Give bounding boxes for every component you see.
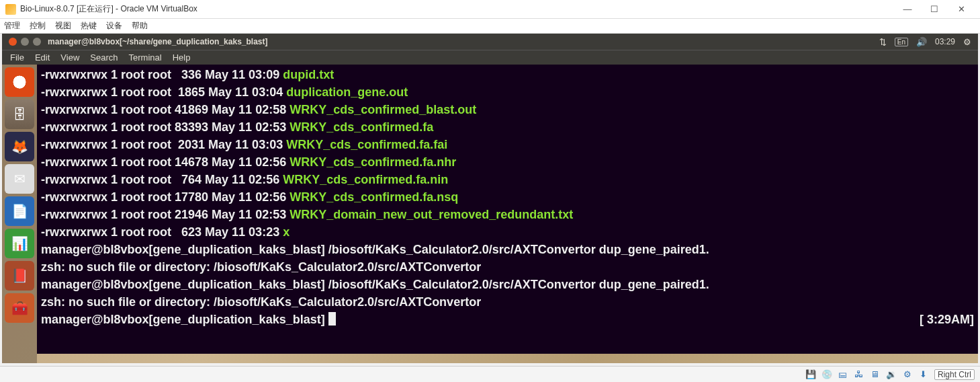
maximize-button[interactable]: ☐ (921, 2, 948, 17)
terminal-menubar: File Edit View Search Terminal Help (2, 50, 978, 65)
host-key-indicator: Right Ctrl (934, 369, 975, 380)
launcher-mail[interactable]: ✉ (5, 164, 34, 194)
prompt-line: manager@bl8vbox[gene_duplication_kaks_bl… (41, 241, 974, 258)
ls-perms: -rwxrwxrwx 1 root root 336 May 11 03:09 (41, 68, 283, 81)
ls-filename: WRKY_cds_confirmed.fa.nhr (289, 155, 456, 169)
vbox-menu-view[interactable]: 视图 (55, 20, 71, 32)
system-tray: ⇅ En 🔊 03:29 ⚙ (879, 37, 978, 47)
launcher-other[interactable]: 🧰 (5, 293, 34, 323)
close-button[interactable]: ✕ (948, 2, 975, 17)
ls-row: -rwxrwxrwx 1 root root 623 May 11 03:23 … (41, 223, 974, 241)
vbox-menubar: 管理 控制 视图 热键 设备 帮助 (0, 19, 980, 34)
ls-filename: WRKY_cds_confirmed.fa (289, 120, 433, 134)
status-net-icon[interactable]: 🖧 (854, 369, 864, 380)
virtualbox-icon (5, 4, 16, 15)
launcher-firefox[interactable]: 🦊 (5, 132, 34, 161)
shell-command: /biosoft/KaKs_Calculator2.0/src/AXTConve… (328, 243, 709, 256)
ls-row: -rwxrwxrwx 1 root root 2031 May 11 03:03… (41, 136, 974, 153)
terminal-menu-view[interactable]: View (60, 52, 79, 63)
launcher-impress[interactable]: 📕 (5, 261, 34, 291)
ls-row: -rwxrwxrwx 1 root root 14678 May 11 02:5… (41, 153, 974, 171)
launcher-writer[interactable]: 📄 (5, 196, 34, 226)
vbox-menu-devices[interactable]: 设备 (106, 20, 122, 32)
status-cd-icon[interactable]: 💿 (821, 369, 832, 380)
shell-command: /biosoft/KaKs_Calculator2.0/src/AXTConve… (328, 278, 709, 291)
vbox-menu-hotkey[interactable]: 热键 (81, 20, 97, 32)
terminal-menu-search[interactable]: Search (90, 52, 118, 63)
error-line: zsh: no such file or directory: /biosoft… (41, 293, 974, 311)
terminal-menu-terminal[interactable]: Terminal (129, 52, 162, 63)
gear-icon[interactable]: ⚙ (963, 37, 971, 47)
status-disk-icon[interactable]: 🖴 (838, 369, 848, 380)
ls-row: -rwxrwxrwx 1 root root 83393 May 11 02:5… (41, 118, 974, 136)
right-prompt-time: [ 3:29AM] (920, 311, 974, 328)
ls-perms: -rwxrwxrwx 1 root root 1865 May 11 03:04 (41, 85, 286, 99)
ls-perms: -rwxrwxrwx 1 root root 21946 May 11 02:5… (41, 208, 289, 221)
vbox-menu-manage[interactable]: 管理 (4, 20, 20, 32)
status-hd-icon[interactable]: 💾 (805, 369, 816, 380)
ls-row: -rwxrwxrwx 1 root root 1865 May 11 03:04… (41, 83, 974, 101)
terminal[interactable]: -rwxrwxrwx 1 root root 336 May 11 03:09 … (37, 65, 978, 354)
vbox-title: Bio-Linux-8.0.7 [正在运行] - Oracle VM Virtu… (20, 3, 894, 15)
clock[interactable]: 03:29 (935, 37, 955, 46)
network-icon[interactable]: ⇅ (879, 37, 887, 47)
ls-perms: -rwxrwxrwx 1 root root 2031 May 11 03:03 (41, 138, 286, 151)
vbox-menu-help[interactable]: 帮助 (132, 20, 148, 32)
minimize-button[interactable]: — (894, 2, 921, 17)
ls-filename: duplication_gene.out (286, 85, 408, 99)
launcher-dash[interactable]: ◉ (5, 67, 34, 97)
ls-row: -rwxrwxrwx 1 root root 41869 May 11 02:5… (41, 101, 974, 118)
ls-filename: WRKY_cds_confirmed.fa.nin (283, 173, 448, 186)
guest-desktop: manager@bl8vbox[~/share/gene_duplication… (2, 34, 978, 363)
vbox-titlebar: Bio-Linux-8.0.7 [正在运行] - Oracle VM Virtu… (0, 0, 980, 19)
terminal-menu-edit[interactable]: Edit (35, 52, 50, 63)
shell-prompt: manager@bl8vbox[gene_duplication_kaks_bl… (41, 243, 328, 256)
ls-filename: x (283, 225, 289, 239)
error-line: zsh: no such file or directory: /biosoft… (41, 258, 974, 276)
unity-launcher: ◉ 🗄 🦊 ✉ 📄 📊 📕 🧰 (2, 65, 37, 363)
ls-perms: -rwxrwxrwx 1 root root 17780 May 11 02:5… (41, 190, 289, 204)
status-audio-icon[interactable]: 🔉 (886, 369, 897, 380)
status-capture-icon[interactable]: ⬇ (918, 369, 929, 380)
ls-perms: -rwxrwxrwx 1 root root 14678 May 11 02:5… (41, 155, 289, 169)
ls-filename: WRKY_cds_confirmed.fa.nsq (289, 190, 458, 204)
status-settings-icon[interactable]: ⚙ (902, 369, 913, 380)
window-maximize-icon[interactable] (33, 38, 41, 46)
prompt-line: manager@bl8vbox[gene_duplication_kaks_bl… (41, 276, 974, 293)
ls-row: -rwxrwxrwx 1 root root 21946 May 11 02:5… (41, 206, 974, 223)
ubuntu-panel: manager@bl8vbox[~/share/gene_duplication… (2, 34, 978, 50)
terminal-menu-help[interactable]: Help (173, 52, 191, 63)
shell-prompt: manager@bl8vbox[gene_duplication_kaks_bl… (41, 278, 328, 291)
sound-icon[interactable]: 🔊 (916, 37, 927, 47)
prompt-line-current[interactable]: manager@bl8vbox[gene_duplication_kaks_bl… (41, 311, 974, 328)
window-minimize-icon[interactable] (21, 38, 29, 46)
cursor (328, 312, 336, 326)
ls-perms: -rwxrwxrwx 1 root root 623 May 11 03:23 (41, 225, 283, 239)
ls-filename: WRKY_cds_confirmed_blast.out (289, 103, 476, 116)
shell-prompt: manager@bl8vbox[gene_duplication_kaks_bl… (41, 313, 328, 326)
ls-filename: dupid.txt (283, 68, 334, 81)
ls-perms: -rwxrwxrwx 1 root root 41869 May 11 02:5… (41, 103, 289, 116)
launcher-files[interactable]: 🗄 (5, 100, 34, 129)
ls-filename: WRKY_cds_confirmed.fa.fai (286, 138, 447, 151)
ls-perms: -rwxrwxrwx 1 root root 764 May 11 02:56 (41, 173, 283, 186)
vbox-menu-control[interactable]: 控制 (30, 20, 46, 32)
window-controls (2, 38, 48, 46)
terminal-menu-file[interactable]: File (10, 52, 24, 63)
language-indicator[interactable]: En (895, 38, 908, 46)
ls-row: -rwxrwxrwx 1 root root 764 May 11 02:56 … (41, 171, 974, 188)
launcher-calc[interactable]: 📊 (5, 229, 34, 258)
ls-row: -rwxrwxrwx 1 root root 336 May 11 03:09 … (41, 66, 974, 83)
ls-filename: WRKY_domain_new_out_removed_redundant.tx… (289, 208, 573, 221)
status-display-icon[interactable]: 🖥 (870, 369, 881, 380)
window-close-icon[interactable] (9, 38, 17, 46)
vbox-statusbar: 💾 💿 🖴 🖧 🖥 🔉 ⚙ ⬇ Right Ctrl (0, 366, 980, 382)
ls-row: -rwxrwxrwx 1 root root 17780 May 11 02:5… (41, 188, 974, 206)
ls-perms: -rwxrwxrwx 1 root root 83393 May 11 02:5… (41, 120, 289, 134)
panel-title: manager@bl8vbox[~/share/gene_duplication… (48, 37, 879, 46)
